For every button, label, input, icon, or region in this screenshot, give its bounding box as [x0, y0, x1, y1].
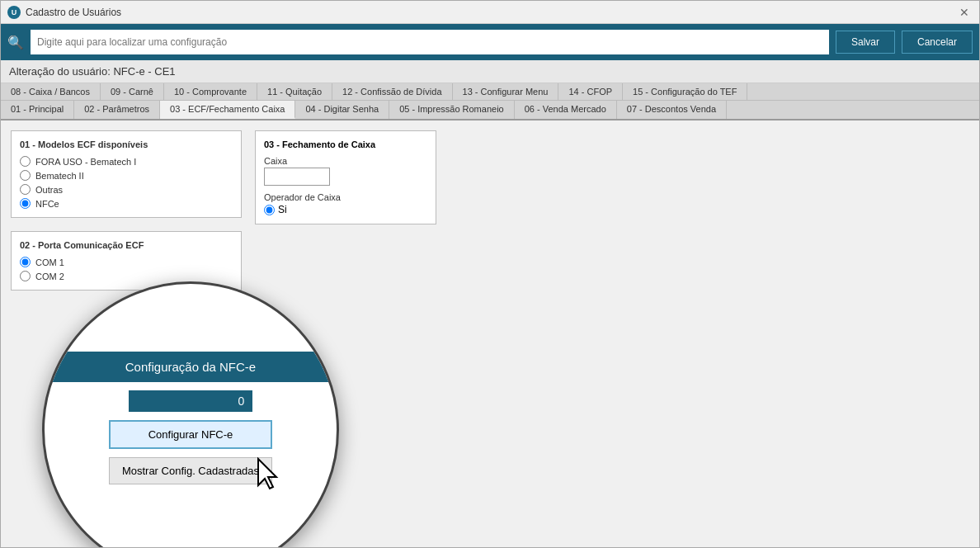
porta-label-com1: COM 1 [35, 257, 64, 267]
porta-radio-com1[interactable] [20, 257, 31, 267]
porta-radio-group: COM 1 COM 2 [20, 257, 233, 281]
ecf-option-bematech-ii[interactable]: Bematech II [20, 170, 233, 181]
magnifier-number-display: 0 [129, 390, 253, 412]
ecf-models-radio-group: FORA USO - Bematech I Bematech II Outras… [20, 156, 233, 209]
search-icon: 🔍 [7, 35, 24, 50]
porta-title: 02 - Porta Comunicação ECF [20, 240, 233, 250]
tabs-row2: 01 - Principal 02 - Parâmetros 03 - ECF/… [1, 101, 979, 120]
mostrar-config-button[interactable]: Mostrar Config. Cadastradas [109, 457, 271, 484]
magnifier-body: 0 Configurar NFC-e Mostrar Config. Cadas… [45, 390, 337, 484]
ecf-radio-outras[interactable] [20, 184, 31, 195]
porta-label-com2: COM 2 [35, 272, 64, 281]
close-button[interactable]: ✕ [956, 4, 973, 21]
main-window: U Cadastro de Usuários ✕ 🔍 Salvar Cancel… [0, 0, 980, 548]
magnifier-overlay: Configuração da NFC-e 0 Configurar NFC-e… [42, 281, 339, 547]
operador-radio[interactable]: Si [264, 204, 427, 215]
tab-12[interactable]: 12 - Confissão de Dívida [332, 83, 452, 100]
operador-section: Operador de Caixa Si [264, 192, 427, 215]
porta-option-com1[interactable]: COM 1 [20, 257, 233, 267]
tab-14[interactable]: 14 - CFOP [558, 83, 623, 100]
fechamento-box: 03 - Fechamento de Caixa Caixa Operador … [255, 130, 436, 224]
ecf-models-title: 01 - Modelos ECF disponíveis [20, 139, 233, 149]
configurar-nfce-button[interactable]: Configurar NFC-e [109, 420, 271, 449]
ecf-label-nfce: NFCe [35, 199, 59, 209]
user-header: Alteração do usuário: NFC-e - CE1 [1, 60, 979, 83]
tab-06[interactable]: 06 - Venda Mercado [515, 101, 617, 119]
ecf-models-panel: 01 - Modelos ECF disponíveis FORA USO - … [11, 130, 242, 218]
tab-15[interactable]: 15 - Configuração do TEF [623, 83, 747, 100]
porta-radio-com2[interactable] [20, 271, 31, 281]
title-bar-left: U Cadastro de Usuários [7, 6, 121, 19]
ecf-option-nfce[interactable]: NFCe [20, 198, 233, 209]
caixa-label: Caixa [264, 156, 427, 166]
tab-03[interactable]: 03 - ECF/Fechamento Caixa [160, 101, 295, 119]
ecf-label-bematech-ii: Bematech II [35, 171, 84, 181]
tab-11[interactable]: 11 - Quitação [257, 83, 332, 100]
cancelar-button[interactable]: Cancelar [902, 31, 973, 54]
ecf-radio-fora-uso[interactable] [20, 156, 31, 167]
tabs-row1: 08 - Caixa / Bancos 09 - Carnê 10 - Comp… [1, 83, 979, 101]
magnifier-title: Configuração da NFC-e [45, 352, 337, 382]
tab-08[interactable]: 08 - Caixa / Bancos [1, 83, 101, 100]
tab-05[interactable]: 05 - Impressão Romaneio [389, 101, 515, 119]
fechamento-title: 03 - Fechamento de Caixa [264, 139, 427, 149]
salvar-button[interactable]: Salvar [836, 31, 895, 54]
tab-01[interactable]: 01 - Principal [1, 101, 74, 119]
caixa-input[interactable] [264, 168, 330, 186]
ecf-label-fora-uso: FORA USO - Bematech I [35, 157, 136, 167]
app-icon: U [7, 6, 21, 19]
tab-10[interactable]: 10 - Comprovante [164, 83, 257, 100]
porta-option-com2[interactable]: COM 2 [20, 271, 233, 281]
ecf-radio-nfce[interactable] [20, 198, 31, 209]
operador-label: Operador de Caixa [264, 192, 427, 202]
operador-option-label: Si [278, 204, 287, 215]
title-bar: U Cadastro de Usuários ✕ [1, 1, 979, 24]
tab-07[interactable]: 07 - Descontos Venda [617, 101, 727, 119]
tab-02[interactable]: 02 - Parâmetros [74, 101, 160, 119]
tab-04[interactable]: 04 - Digitar Senha [295, 101, 389, 119]
ecf-radio-bematech-ii[interactable] [20, 170, 31, 181]
operador-radio-input[interactable] [264, 205, 275, 215]
tab-09[interactable]: 09 - Carnê [101, 83, 164, 100]
ecf-option-fora-uso[interactable]: FORA USO - Bematech I [20, 156, 233, 167]
ecf-option-outras[interactable]: Outras [20, 184, 233, 195]
window-title: Cadastro de Usuários [26, 7, 121, 18]
tab-13[interactable]: 13 - Configurar Menu [453, 83, 559, 100]
right-panel: 03 - Fechamento de Caixa Caixa Operador … [255, 130, 969, 537]
magnifier-inner: Configuração da NFC-e 0 Configurar NFC-e… [45, 284, 337, 547]
search-bar: 🔍 Salvar Cancelar [1, 24, 979, 60]
content-area: 01 - Modelos ECF disponíveis FORA USO - … [1, 120, 979, 547]
ecf-label-outras: Outras [35, 185, 63, 195]
search-input[interactable] [31, 30, 829, 54]
user-header-text: Alteração do usuário: NFC-e - CE1 [9, 65, 176, 78]
